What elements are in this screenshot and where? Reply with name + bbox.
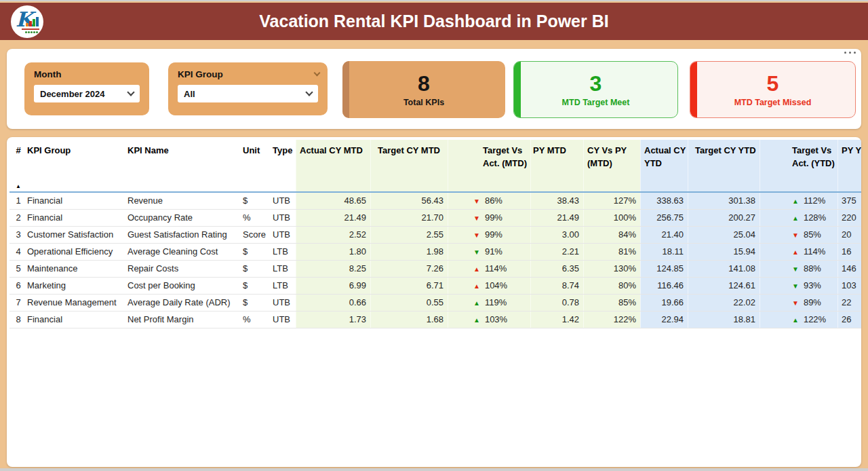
table-row[interactable]: 2FinancialOccupancy Rate%UTB21.4921.70▼9…	[9, 210, 861, 227]
cell-tva_mtd: ▲114%	[448, 261, 530, 277]
cell-actual_mtd: 48.65	[296, 193, 370, 209]
kpi-group-select[interactable]: All	[178, 85, 318, 102]
table-row[interactable]: 4Operational EfficiencyAverage Cleaning …	[9, 244, 861, 261]
trend-up-icon: ▲	[473, 261, 480, 278]
cell-group: Marketing	[27, 278, 127, 294]
cell-target_ytd: 18.81	[688, 312, 760, 328]
cell-tva_mtd: ▲103%	[448, 312, 530, 328]
column-header-num[interactable]: #▲	[9, 140, 27, 191]
cell-py_ytd: 26	[837, 312, 861, 328]
column-header-py_mtd[interactable]: PY MTD	[530, 140, 583, 191]
cell-tva_mtd: ▲119%	[448, 295, 530, 311]
cell-num: 7	[9, 295, 27, 311]
column-header-tva_mtd[interactable]: Target Vs Act. (MTD)	[448, 140, 530, 191]
cell-type: UTB	[269, 295, 296, 311]
cell-num: 4	[9, 244, 27, 260]
company-logo: K	[11, 5, 43, 38]
cell-name: Revenue	[127, 193, 237, 209]
column-header-group[interactable]: KPI Group	[27, 140, 127, 191]
cell-type: UTB	[269, 210, 296, 226]
column-header-cy_vs_py_mtd[interactable]: CY Vs PY (MTD)	[583, 140, 640, 191]
cell-py_ytd: 20	[837, 227, 861, 243]
bar-chart-icon	[26, 17, 39, 26]
cell-tva_mtd: ▼91%	[448, 244, 530, 260]
cell-name: Occupancy Rate	[127, 210, 237, 226]
column-header-py_ytd[interactable]: PY YTD	[837, 140, 861, 191]
month-selected-value: December 2024	[40, 89, 104, 99]
percent-value: 88%	[804, 263, 821, 274]
cell-group: Financial	[27, 210, 127, 226]
table-body: 1FinancialRevenue$UTB48.6556.43▼86%38.43…	[9, 193, 861, 328]
total-kpis-value: 8	[418, 72, 430, 96]
cell-tva_ytd: ▲114%	[760, 244, 837, 260]
column-header-name[interactable]: KPI Name	[127, 140, 237, 191]
cell-num: 3	[9, 227, 27, 243]
card-accent-bar	[514, 62, 521, 117]
cell-py_ytd: 375	[837, 193, 861, 209]
filters-panel: Month December 2024 KPI Group All 8 Tota…	[7, 49, 861, 129]
table-row[interactable]: 1FinancialRevenue$UTB48.6556.43▼86%38.43…	[9, 193, 861, 210]
table-row[interactable]: 8FinancialNet Profit Margin%UTB1.731.68▲…	[9, 312, 861, 328]
more-options-icon[interactable]	[844, 52, 856, 54]
cell-target_ytd: 25.04	[688, 227, 760, 243]
percent-value: 104%	[485, 280, 507, 290]
cell-num: 5	[9, 261, 27, 277]
mtd-target-missed-card[interactable]: 5 MTD Target Missed	[690, 61, 856, 118]
column-header-target_mtd[interactable]: Target CY MTD	[370, 140, 448, 191]
cell-actual_ytd: 19.66	[640, 295, 688, 311]
cell-type: LTB	[269, 244, 296, 260]
card-accent-bar	[690, 62, 697, 117]
table-row[interactable]: 6MarketingCost per Booking$LTB6.996.71▲1…	[9, 278, 861, 295]
percent-value: 122%	[804, 314, 826, 324]
column-header-unit[interactable]: Unit	[237, 140, 269, 191]
column-header-actual_ytd[interactable]: Actual CY YTD	[640, 140, 688, 191]
column-header-type[interactable]: Type	[269, 140, 296, 191]
table-row[interactable]: 3Customer SatisfactionGuest Satisfaction…	[9, 227, 861, 244]
cell-group: Financial	[27, 193, 127, 209]
kpi-group-selected-value: All	[184, 89, 195, 99]
sort-ascending-icon: ▲	[16, 184, 21, 189]
month-slicer-label: Month	[34, 69, 140, 79]
column-header-tva_ytd[interactable]: Target Vs Act. (YTD)	[760, 140, 837, 191]
percent-value: 112%	[804, 195, 825, 206]
cell-type: UTB	[269, 227, 296, 243]
logo-dots	[25, 31, 38, 33]
cell-py_ytd: 146	[837, 261, 861, 277]
trend-down-icon: ▼	[473, 193, 480, 210]
page-title: Vacation Rental KPI Dashboard in Power B…	[0, 3, 868, 40]
cell-unit: Score	[237, 227, 269, 243]
cell-actual_mtd: 6.99	[296, 278, 370, 294]
cell-name: Net Profit Margin	[127, 312, 237, 328]
cell-type: UTB	[269, 312, 296, 328]
logo-underline	[22, 29, 39, 30]
cell-py_mtd: 1.42	[530, 312, 583, 328]
table-row[interactable]: 5MaintenanceRepair Costs$LTB8.257.26▲114…	[9, 261, 861, 278]
cell-unit: $	[237, 278, 269, 294]
month-select[interactable]: December 2024	[34, 85, 140, 102]
cell-cy_vs_py_mtd: 100%	[583, 210, 640, 226]
cell-target_ytd: 22.02	[688, 295, 760, 311]
total-kpis-card[interactable]: 8 Total KPIs	[342, 61, 505, 118]
cell-cy_vs_py_mtd: 80%	[583, 278, 640, 294]
column-header-target_ytd[interactable]: Target CY YTD	[688, 140, 760, 191]
mtd-target-missed-value: 5	[767, 72, 779, 96]
cell-num: 8	[9, 312, 27, 328]
cell-target_ytd: 301.38	[688, 193, 760, 209]
percent-value: 99%	[485, 212, 502, 223]
trend-up-icon: ▲	[473, 312, 480, 328]
cell-cy_vs_py_mtd: 85%	[583, 295, 640, 311]
trend-up-icon: ▲	[792, 244, 799, 261]
cell-unit: $	[237, 193, 269, 209]
mtd-target-meet-card[interactable]: 3 MTD Target Meet	[513, 61, 678, 118]
column-header-actual_mtd[interactable]: Actual CY MTD	[296, 140, 370, 191]
cell-tva_ytd: ▼93%	[760, 278, 837, 294]
cell-name: Average Daily Rate (ADR)	[127, 295, 237, 311]
percent-value: 86%	[485, 195, 502, 206]
cell-py_mtd: 3.00	[530, 227, 583, 243]
cell-py_mtd: 38.43	[530, 193, 583, 209]
cell-tva_ytd: ▲128%	[760, 210, 837, 226]
trend-down-icon: ▼	[473, 244, 480, 261]
table-row[interactable]: 7Revenue ManagementAverage Daily Rate (A…	[9, 295, 861, 312]
cell-cy_vs_py_mtd: 127%	[583, 193, 640, 209]
cell-actual_mtd: 8.25	[296, 261, 370, 277]
